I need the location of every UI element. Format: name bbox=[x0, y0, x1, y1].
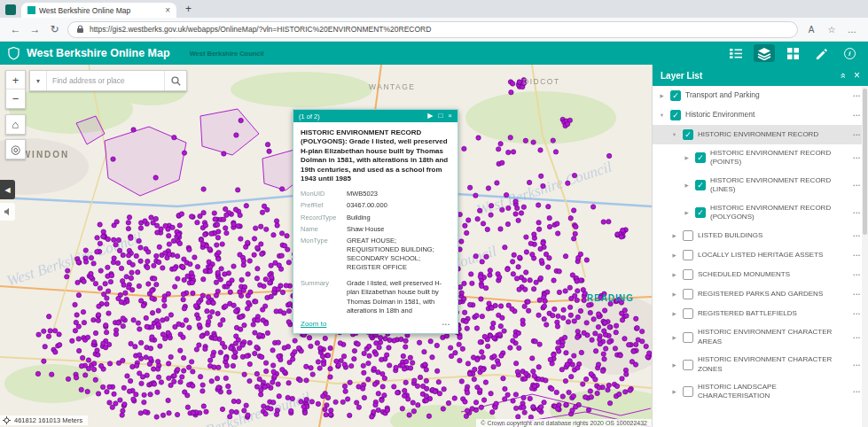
layer-list-row[interactable]: ▶ HISTORIC LANDSCAPE CHARACTERISATION ••… bbox=[653, 378, 868, 406]
expand-arrow-icon[interactable]: ▶ bbox=[670, 389, 678, 394]
new-tab-button[interactable]: + bbox=[185, 3, 192, 15]
popup-field-row: Summary Grade I listed, well preserved H… bbox=[301, 279, 450, 314]
layer-options-icon[interactable]: ••• bbox=[848, 132, 861, 137]
layer-checkbox[interactable] bbox=[683, 386, 693, 397]
layer-list-row[interactable]: ▼ ✓ Historic Environment ••• bbox=[653, 105, 868, 125]
expand-arrow-icon[interactable]: ▶ bbox=[670, 291, 678, 297]
read-aloud-icon[interactable]: A bbox=[804, 25, 818, 35]
coordinates-widget[interactable]: 461812 161013 Meters bbox=[0, 415, 88, 425]
layer-options-icon[interactable]: ••• bbox=[848, 362, 861, 368]
layer-checkbox[interactable] bbox=[683, 289, 693, 299]
layer-options-icon[interactable]: ••• bbox=[848, 182, 861, 188]
zoom-out-button[interactable]: − bbox=[6, 89, 25, 108]
layer-checkbox[interactable]: ✓ bbox=[670, 110, 681, 120]
reload-button[interactable]: ↻ bbox=[48, 23, 61, 35]
layer-options-icon[interactable]: ••• bbox=[848, 389, 861, 394]
layer-list-row[interactable]: ▶ SCHEDULED MONUMENTS ••• bbox=[653, 265, 868, 284]
layer-options-icon[interactable]: ••• bbox=[848, 210, 861, 215]
expand-arrow-icon[interactable]: ▶ bbox=[670, 311, 678, 316]
expand-arrow-icon[interactable]: ▶ bbox=[683, 210, 691, 215]
layer-checkbox[interactable] bbox=[683, 308, 693, 319]
layer-options-icon[interactable]: ••• bbox=[848, 272, 861, 277]
popup-next-icon[interactable]: ▶ bbox=[427, 113, 433, 120]
layer-options-icon[interactable]: ••• bbox=[848, 252, 861, 258]
layer-checkbox[interactable]: ✓ bbox=[695, 152, 706, 163]
layer-list-row[interactable]: ▶ REGISTERED BATTLEFIELDS ••• bbox=[653, 304, 868, 323]
legend-icon[interactable] bbox=[725, 44, 747, 62]
popup-maximize-icon[interactable]: □ bbox=[438, 113, 442, 120]
layer-list-row[interactable]: ▶ ✓ Transport and Parking ••• bbox=[653, 86, 868, 105]
layer-options-icon[interactable]: ••• bbox=[848, 335, 861, 340]
layer-checkbox[interactable] bbox=[683, 360, 693, 370]
search-button[interactable] bbox=[164, 71, 186, 90]
layer-checkbox[interactable]: ✓ bbox=[670, 90, 681, 101]
basemap-gallery-icon[interactable] bbox=[782, 44, 803, 62]
popup-titlebar[interactable]: (1 of 2) ▶ □ × bbox=[293, 110, 457, 122]
map-viewport[interactable]: SWINDONWANTAGEDIDCOTREADING + − ⌂ ◎ ▾ bbox=[0, 65, 652, 427]
tab-close-icon[interactable]: × bbox=[165, 6, 170, 15]
panel-collapse-icon[interactable]: » bbox=[837, 73, 847, 78]
expand-arrow-icon[interactable]: ▶ bbox=[658, 93, 666, 98]
layer-list-row[interactable]: ▶ ✓ HISTORIC ENVIRONMENT RECORD (POINTS)… bbox=[653, 144, 868, 172]
browser-tab[interactable]: West Berkshire Online Map × bbox=[21, 3, 176, 18]
layer-list-row[interactable]: ▶ ✓ HISTORIC ENVIRONMENT RECORD (LINES) … bbox=[653, 172, 868, 199]
draw-tool-icon[interactable] bbox=[810, 44, 832, 62]
layer-checkbox[interactable]: ✓ bbox=[683, 129, 693, 140]
back-button[interactable]: ← bbox=[9, 23, 22, 35]
layer-options-icon[interactable]: ••• bbox=[848, 311, 861, 316]
expand-arrow-icon[interactable]: ▶ bbox=[670, 272, 678, 277]
popup-field-row: RecordType Building bbox=[301, 214, 450, 222]
expand-arrow-icon[interactable]: ▼ bbox=[670, 132, 678, 137]
layer-options-icon[interactable]: ••• bbox=[848, 155, 861, 160]
layer-options-icon[interactable]: ••• bbox=[848, 291, 861, 297]
layer-list-row[interactable]: ▶ ✓ HISTORIC ENVIRONMENT RECORD (POLYGON… bbox=[653, 199, 868, 227]
layer-checkbox[interactable] bbox=[683, 230, 693, 241]
council-crest-icon bbox=[8, 46, 20, 60]
search-input[interactable] bbox=[47, 76, 164, 85]
layer-checkbox[interactable]: ✓ bbox=[695, 180, 706, 190]
layer-options-icon[interactable]: ••• bbox=[848, 113, 861, 118]
favorites-star-icon[interactable]: ☆ bbox=[825, 25, 839, 35]
layer-list-row[interactable]: ▼ ✓ HISTORIC ENVIRONMENT RECORD ••• bbox=[653, 125, 868, 144]
speaker-button[interactable] bbox=[0, 203, 15, 221]
address-bar[interactable]: https://gis2.westberks.gov.uk/webapps/On… bbox=[67, 21, 798, 38]
zoom-in-button[interactable]: + bbox=[6, 71, 25, 89]
layer-list-row[interactable]: ▶ LISTED BUILDINGS ••• bbox=[653, 226, 868, 245]
forward-button[interactable]: → bbox=[28, 23, 42, 35]
layer-checkbox[interactable] bbox=[683, 250, 693, 260]
layer-options-icon[interactable]: ••• bbox=[848, 93, 861, 98]
search-source-caret-icon[interactable]: ▾ bbox=[30, 71, 47, 90]
layer-list-row[interactable]: ▶ LOCALLY LISTED HERITAGE ASSETS ••• bbox=[653, 245, 868, 265]
expand-arrow-icon[interactable]: ▶ bbox=[683, 155, 691, 160]
expand-arrow-icon[interactable]: ▶ bbox=[670, 362, 678, 368]
layer-checkbox[interactable] bbox=[683, 269, 693, 280]
browser-menu-icon[interactable]: … bbox=[845, 25, 859, 35]
expand-arrow-icon[interactable]: ▶ bbox=[670, 252, 678, 258]
popup-options-icon[interactable]: ••• bbox=[442, 322, 450, 327]
expand-arrow-icon[interactable]: ▼ bbox=[658, 113, 666, 118]
url-text: https://gis2.westberks.gov.uk/webapps/On… bbox=[90, 25, 431, 34]
panel-close-icon[interactable]: × bbox=[854, 70, 860, 81]
home-button[interactable]: ⌂ bbox=[6, 115, 25, 134]
layer-list-row[interactable]: ▶ HISTORIC ENVIRONMENT CHARACTER ZONES •… bbox=[653, 351, 868, 378]
panel-scrollbar[interactable] bbox=[862, 86, 868, 427]
layer-list-row[interactable]: ▶ HISTORIC ENVIRONMENT CHARACTER AREAS •… bbox=[653, 323, 868, 351]
layer-label: REGISTERED PARKS AND GARDENS bbox=[698, 290, 844, 299]
info-icon[interactable]: i bbox=[839, 44, 860, 62]
layer-options-icon[interactable]: ••• bbox=[848, 233, 861, 238]
layer-checkbox[interactable]: ✓ bbox=[695, 207, 706, 218]
popup-field-label: Summary bbox=[301, 279, 347, 314]
lock-icon bbox=[76, 25, 84, 34]
scrollbar-thumb[interactable] bbox=[863, 89, 867, 235]
locate-button[interactable]: ◎ bbox=[6, 140, 25, 159]
expand-arrow-icon[interactable]: ▶ bbox=[683, 182, 691, 188]
expand-arrow-icon[interactable]: ▶ bbox=[670, 233, 678, 238]
layer-checkbox[interactable] bbox=[683, 332, 693, 343]
panel-collapse-button[interactable]: ◀ bbox=[0, 180, 15, 199]
popup-close-icon[interactable]: × bbox=[448, 113, 452, 120]
expand-arrow-icon[interactable]: ▶ bbox=[670, 335, 678, 340]
layer-list-icon[interactable] bbox=[754, 44, 775, 62]
layer-list-row[interactable]: ▶ REGISTERED PARKS AND GARDENS ••• bbox=[653, 284, 868, 304]
browser-workspaces-icon[interactable] bbox=[5, 4, 16, 15]
zoom-to-link[interactable]: Zoom to bbox=[301, 320, 326, 328]
